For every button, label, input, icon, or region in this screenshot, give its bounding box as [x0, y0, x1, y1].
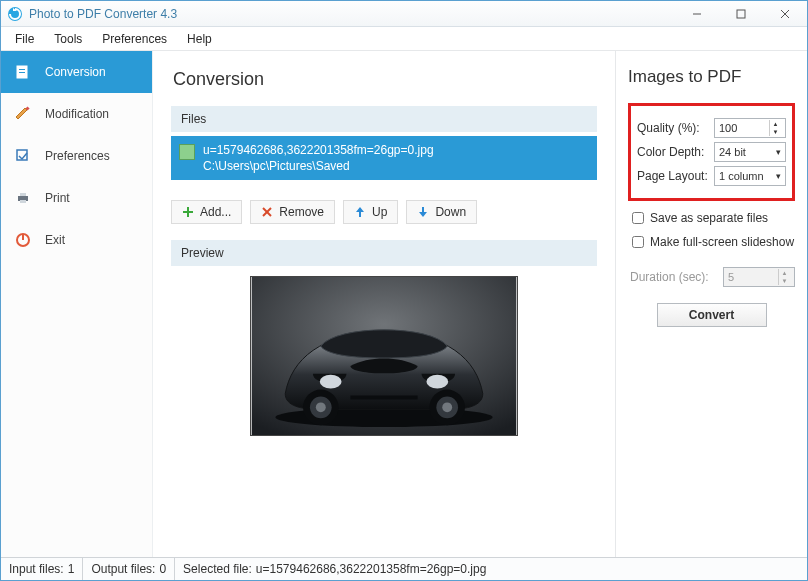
save-separate-label: Save as separate files	[650, 211, 768, 225]
right-panel: Images to PDF Quality (%): 100 ▲▼ Color …	[615, 51, 807, 557]
page-layout-select[interactable]: 1 column ▾	[714, 166, 786, 186]
sidebar: Conversion Modification Preferences Prin…	[1, 51, 153, 557]
modification-icon	[15, 106, 31, 122]
file-name: u=1579462686,3622201358fm=26gp=0.jpg	[203, 142, 434, 158]
file-lines: u=1579462686,3622201358fm=26gp=0.jpg C:\…	[203, 142, 434, 174]
color-depth-value: 24 bit	[719, 146, 746, 158]
page-layout-label: Page Layout:	[637, 169, 708, 183]
exit-icon	[15, 232, 31, 248]
status-selected-value: u=1579462686,3622201358fm=26gp=0.jpg	[256, 562, 487, 576]
menu-preferences[interactable]: Preferences	[94, 29, 175, 49]
svg-rect-12	[20, 193, 26, 196]
color-depth-row: Color Depth: 24 bit ▾	[637, 142, 786, 162]
spinner-buttons-icon: ▲▼	[778, 269, 790, 285]
up-button[interactable]: Up	[343, 200, 398, 224]
sidebar-item-label: Conversion	[45, 65, 106, 79]
maximize-button[interactable]	[719, 1, 763, 27]
plus-icon	[182, 206, 194, 218]
app-icon	[7, 6, 23, 22]
quality-input[interactable]: 100 ▲▼	[714, 118, 786, 138]
minimize-button[interactable]	[675, 1, 719, 27]
color-depth-select[interactable]: 24 bit ▾	[714, 142, 786, 162]
file-path: C:\Users\pc\Pictures\Saved	[203, 158, 434, 174]
svg-rect-13	[20, 200, 26, 203]
file-list-item[interactable]: u=1579462686,3622201358fm=26gp=0.jpg C:\…	[171, 136, 597, 180]
quality-value: 100	[719, 122, 737, 134]
save-separate-input[interactable]	[632, 212, 644, 224]
status-input-label: Input files:	[9, 562, 64, 576]
status-input-files: Input files: 1	[1, 558, 83, 580]
slideshow-input[interactable]	[632, 236, 644, 248]
sidebar-item-exit[interactable]: Exit	[1, 219, 152, 261]
preview-box	[171, 266, 597, 436]
save-separate-checkbox[interactable]: Save as separate files	[632, 211, 795, 225]
remove-button[interactable]: Remove	[250, 200, 335, 224]
duration-row: Duration (sec): 5 ▲▼	[630, 267, 795, 287]
menu-bar: File Tools Preferences Help	[1, 27, 807, 51]
preview-image	[250, 276, 518, 436]
sidebar-item-print[interactable]: Print	[1, 177, 152, 219]
preferences-icon	[15, 148, 31, 164]
sidebar-item-label: Modification	[45, 107, 109, 121]
sidebar-item-label: Exit	[45, 233, 65, 247]
arrow-up-icon	[354, 206, 366, 218]
minimize-icon	[692, 9, 702, 19]
down-label: Down	[435, 205, 466, 219]
sidebar-item-modification[interactable]: Modification	[1, 93, 152, 135]
status-output-label: Output files:	[91, 562, 155, 576]
page-layout-row: Page Layout: 1 column ▾	[637, 166, 786, 186]
maximize-icon	[736, 9, 746, 19]
menu-file[interactable]: File	[7, 29, 42, 49]
remove-icon	[261, 206, 273, 218]
add-button[interactable]: Add...	[171, 200, 242, 224]
body: Conversion Modification Preferences Prin…	[1, 51, 807, 558]
conversion-icon	[15, 64, 31, 80]
duration-label: Duration (sec):	[630, 270, 709, 284]
svg-rect-8	[19, 72, 25, 73]
status-bar: Input files: 1 Output files: 0 Selected …	[1, 558, 807, 580]
status-selected-file: Selected file: u=1579462686,3622201358fm…	[175, 558, 807, 580]
quality-row: Quality (%): 100 ▲▼	[637, 118, 786, 138]
app-title: Photo to PDF Converter 4.3	[29, 7, 675, 21]
convert-button[interactable]: Convert	[657, 303, 767, 327]
quality-label: Quality (%):	[637, 121, 700, 135]
file-thumb-icon	[179, 144, 195, 160]
close-button[interactable]	[763, 1, 807, 27]
color-depth-label: Color Depth:	[637, 145, 704, 159]
menu-tools[interactable]: Tools	[46, 29, 90, 49]
sidebar-item-label: Print	[45, 191, 70, 205]
sidebar-item-label: Preferences	[45, 149, 110, 163]
slideshow-checkbox[interactable]: Make full-screen slideshow	[632, 235, 795, 249]
svg-point-22	[320, 375, 342, 389]
sidebar-item-conversion[interactable]: Conversion	[1, 51, 152, 93]
svg-point-29	[442, 403, 452, 413]
down-button[interactable]: Down	[406, 200, 477, 224]
status-output-files: Output files: 0	[83, 558, 175, 580]
main-panel: Conversion Files u=1579462686,3622201358…	[153, 51, 615, 557]
arrow-down-icon	[417, 206, 429, 218]
remove-label: Remove	[279, 205, 324, 219]
add-label: Add...	[200, 205, 231, 219]
title-bar: Photo to PDF Converter 4.3	[1, 1, 807, 27]
preview-header: Preview	[171, 240, 597, 266]
file-toolbar: Add... Remove Up Down	[171, 200, 597, 224]
status-output-value: 0	[159, 562, 166, 576]
svg-rect-7	[19, 69, 25, 70]
status-input-value: 1	[68, 562, 75, 576]
close-icon	[780, 9, 790, 19]
duration-input: 5 ▲▼	[723, 267, 795, 287]
sidebar-item-preferences[interactable]: Preferences	[1, 135, 152, 177]
svg-point-26	[316, 403, 326, 413]
menu-help[interactable]: Help	[179, 29, 220, 49]
up-label: Up	[372, 205, 387, 219]
svg-rect-30	[350, 396, 417, 400]
spinner-buttons-icon: ▲▼	[769, 120, 781, 136]
page-title: Conversion	[173, 69, 597, 90]
right-panel-title: Images to PDF	[628, 67, 795, 87]
status-selected-label: Selected file:	[183, 562, 252, 576]
slideshow-label: Make full-screen slideshow	[650, 235, 794, 249]
svg-rect-3	[737, 10, 745, 18]
svg-point-23	[426, 375, 448, 389]
print-icon	[15, 190, 31, 206]
app-window: Photo to PDF Converter 4.3 File Tools Pr…	[0, 0, 808, 581]
